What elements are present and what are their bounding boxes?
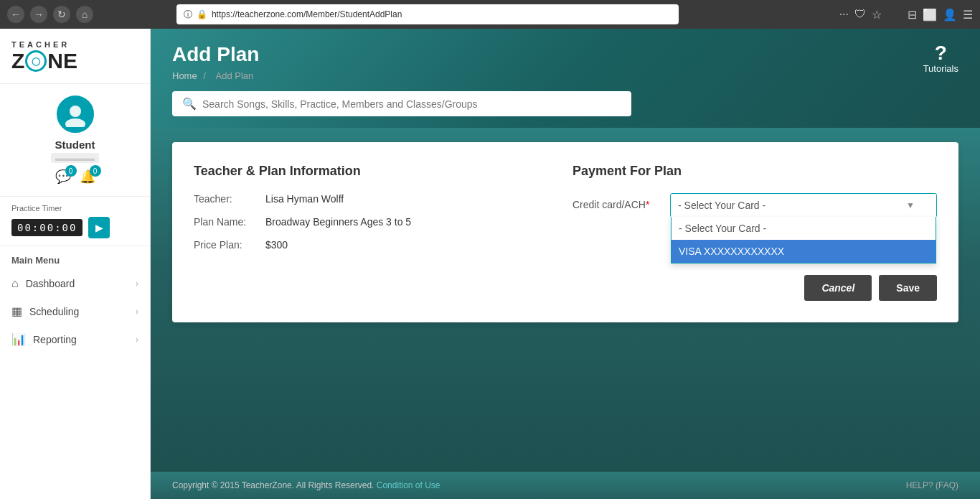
tutorials-label: Tutorials: [923, 63, 958, 74]
header-left: Add Plan Home / Add Plan: [172, 43, 259, 81]
teacher-section: Teacher & Plan Information Teacher: Lisa…: [194, 164, 558, 301]
breadcrumb: Home / Add Plan: [172, 70, 259, 81]
footer-left: Copyright © 2015 TeacherZone. All Rights…: [172, 480, 440, 490]
comment-count: 0: [65, 165, 77, 177]
plan-name-label: Plan Name:: [194, 216, 265, 228]
page-title: Add Plan: [172, 43, 259, 66]
form-card: Teacher & Plan Information Teacher: Lisa…: [172, 142, 958, 322]
sidebar-item-reporting[interactable]: 📊 Reporting ›: [0, 325, 150, 353]
breadcrumb-separator: /: [203, 70, 206, 81]
plan-name-row: Plan Name: Broadway Beginners Ages 3 to …: [194, 216, 558, 228]
practice-timer-section: Practice Timer 00:00:00 ▶: [0, 197, 150, 246]
comment-badge[interactable]: 💬 0: [55, 169, 71, 185]
svg-point-0: [70, 106, 81, 117]
back-button[interactable]: ←: [7, 6, 24, 23]
star-icon[interactable]: ☆: [872, 8, 882, 22]
help-link[interactable]: HELP? (FAQ): [906, 480, 958, 490]
teacher-section-title: Teacher & Plan Information: [194, 164, 558, 179]
notification-badge[interactable]: 🔔 0: [80, 169, 95, 185]
main-menu-label: Main Menu: [0, 246, 150, 270]
search-bar: 🔍: [172, 91, 631, 116]
timer-display: 00:00:00: [11, 219, 83, 236]
url-text[interactable]: https://teacherzone.com/Member/StudentAd…: [212, 9, 402, 19]
cancel-button[interactable]: Cancel: [804, 275, 872, 301]
browser-actions: ··· 🛡 ☆ ⊟ ⬜ 👤 ☰: [839, 8, 973, 22]
address-bar: ⓘ 🔒 https://teacherzone.com/Member/Stude…: [176, 4, 679, 24]
practice-timer-label: Practice Timer: [11, 204, 138, 213]
payment-section: Payment For Plan Credit card/ACH* - Sele…: [573, 164, 937, 301]
reload-button[interactable]: ↻: [53, 6, 70, 23]
card-select-value: - Select Your Card -: [678, 200, 765, 211]
price-row: Price Plan: $300: [194, 239, 558, 251]
info-icon: ⓘ: [184, 9, 192, 21]
card-dropdown: - Select Your Card - VISA XXXXXXXXXXXX: [671, 217, 936, 264]
select-dropdown-arrow: ▼: [906, 200, 915, 210]
user-actions: 💬 0 🔔 0: [55, 169, 95, 185]
sidebar: TEACHER Z◯NE Student ▬▬▬▬▬ 💬 0: [0, 29, 151, 499]
menu-icon[interactable]: ☰: [963, 8, 973, 22]
price-label: Price Plan:: [194, 239, 265, 251]
breadcrumb-home[interactable]: Home: [172, 70, 197, 81]
tabs-icon[interactable]: ⬜: [923, 8, 937, 22]
sidebar-item-scheduling[interactable]: ▦ Scheduling ›: [0, 297, 150, 325]
home-button[interactable]: ⌂: [76, 6, 93, 23]
search-input[interactable]: [202, 98, 621, 110]
dropdown-option-visa[interactable]: VISA XXXXXXXXXXXX: [672, 240, 936, 263]
user-name: Student: [55, 139, 95, 151]
profile-icon[interactable]: 👤: [943, 8, 957, 22]
save-button[interactable]: Save: [879, 275, 937, 301]
form-grid: Teacher & Plan Information Teacher: Lisa…: [194, 164, 937, 301]
lock-icon: 🔒: [197, 9, 207, 19]
card-select-wrapper: - Select Your Card - ▼ - Select Your Car…: [670, 193, 937, 218]
timer-play-button[interactable]: ▶: [88, 217, 110, 238]
dashboard-label: Dashboard: [26, 278, 75, 289]
logo-zone-text: Z◯NE: [11, 50, 77, 72]
sidebar-logo: TEACHER Z◯NE: [0, 29, 150, 84]
main-content: Add Plan Home / Add Plan ? Tutorials 🔍: [151, 29, 980, 499]
logo-teacher-text: TEACHER: [11, 40, 70, 49]
header-top: Add Plan Home / Add Plan ? Tutorials: [172, 43, 958, 81]
search-icon: 🔍: [182, 97, 197, 111]
copyright-text: Copyright © 2015 TeacherZone. All Rights…: [172, 480, 374, 490]
footer: Copyright © 2015 TeacherZone. All Rights…: [151, 472, 980, 499]
scheduling-icon: ▦: [11, 304, 22, 318]
app-container: TEACHER Z◯NE Student ▬▬▬▬▬ 💬 0: [0, 29, 980, 499]
browser-chrome: ← → ↻ ⌂ ⓘ 🔒 https://teacherzone.com/Memb…: [0, 0, 980, 29]
content-area: Teacher & Plan Information Teacher: Lisa…: [151, 128, 980, 472]
dropdown-option-placeholder[interactable]: - Select Your Card -: [672, 217, 936, 240]
payment-row: Credit card/ACH* - Select Your Card - ▼: [573, 193, 937, 218]
credit-label: Credit card/ACH*: [573, 193, 659, 210]
tutorials-icon: ?: [923, 43, 958, 63]
scheduling-arrow: ›: [136, 307, 138, 317]
avatar: [57, 95, 94, 133]
payment-section-title: Payment For Plan: [573, 164, 937, 179]
scheduling-label: Scheduling: [29, 306, 79, 317]
teacher-label: Teacher:: [194, 193, 265, 205]
logo-o-icon: ◯: [25, 50, 47, 72]
condition-link[interactable]: Condition of Use: [377, 480, 440, 490]
timer-row: 00:00:00 ▶: [11, 217, 138, 238]
dashboard-arrow: ›: [136, 279, 138, 289]
reporting-label: Reporting: [33, 334, 77, 345]
user-subtitle: ▬▬▬▬▬: [51, 153, 99, 163]
sidebar-item-dashboard[interactable]: ⌂ Dashboard ›: [0, 270, 150, 297]
tutorials-button[interactable]: ? Tutorials: [923, 43, 958, 74]
plan-name-value: Broadway Beginners Ages 3 to 5: [265, 216, 411, 228]
sidebar-user: Student ▬▬▬▬▬ 💬 0 🔔 0: [0, 84, 150, 197]
reporting-icon: 📊: [11, 332, 26, 346]
notification-count: 0: [90, 165, 101, 177]
main-header: Add Plan Home / Add Plan ? Tutorials 🔍: [151, 29, 980, 128]
button-row: Cancel Save: [573, 275, 937, 301]
footer-right: HELP? (FAQ): [906, 480, 958, 490]
more-icon[interactable]: ···: [839, 8, 849, 22]
teacher-value: Lisa Hyman Wolff: [265, 193, 344, 205]
breadcrumb-current: Add Plan: [216, 70, 254, 81]
reporting-arrow: ›: [136, 335, 138, 345]
svg-point-1: [65, 118, 85, 127]
teacher-row: Teacher: Lisa Hyman Wolff: [194, 193, 558, 205]
card-select-display[interactable]: - Select Your Card - ▼: [671, 194, 936, 217]
required-marker: *: [646, 199, 649, 210]
library-icon[interactable]: ⊟: [908, 8, 917, 22]
bookmark-icon[interactable]: 🛡: [854, 8, 866, 22]
forward-button[interactable]: →: [30, 6, 47, 23]
